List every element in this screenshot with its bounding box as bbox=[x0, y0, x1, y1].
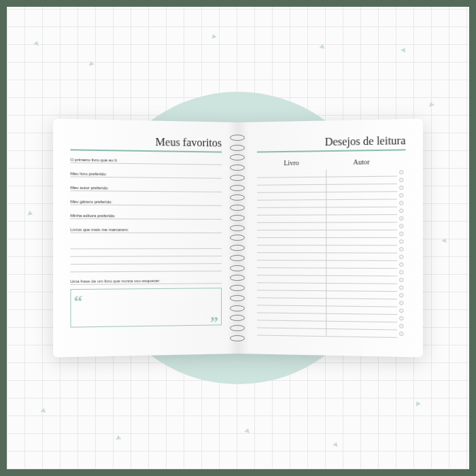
author-cell bbox=[326, 268, 397, 276]
left-page-title: Meus favoritos bbox=[70, 135, 222, 150]
book-cell bbox=[257, 184, 326, 192]
checkbox-circle bbox=[399, 255, 403, 259]
table-row bbox=[257, 215, 406, 223]
checkbox-cell bbox=[397, 301, 406, 305]
book-cell bbox=[257, 283, 326, 291]
checkbox-cell bbox=[397, 262, 406, 267]
book-cell bbox=[257, 328, 326, 337]
left-page: Meus favoritos O primeiro livro que eu l… bbox=[53, 119, 238, 358]
author-cell bbox=[326, 215, 397, 223]
book-cell bbox=[257, 260, 326, 269]
column-header-book: Livro bbox=[257, 158, 326, 169]
spiral-ring bbox=[230, 335, 245, 341]
author-cell bbox=[326, 283, 397, 291]
spiral-ring bbox=[230, 265, 245, 271]
spiral-ring bbox=[230, 235, 245, 241]
checkbox-circle bbox=[399, 293, 403, 297]
spiral-ring bbox=[230, 285, 245, 291]
spiral-ring bbox=[230, 135, 245, 141]
checkbox-cell bbox=[397, 216, 406, 220]
quote-close-icon: ” bbox=[210, 319, 218, 326]
table-row bbox=[257, 222, 406, 231]
prompt-line: Minha editora preferida: bbox=[70, 213, 222, 219]
decor-triangle bbox=[116, 435, 122, 439]
author-cell bbox=[326, 207, 397, 215]
decor-triangle bbox=[401, 46, 407, 52]
blank-line bbox=[70, 264, 222, 272]
checkbox-circle bbox=[399, 316, 403, 320]
book-cell bbox=[257, 177, 326, 185]
checkbox-circle bbox=[399, 286, 403, 290]
author-cell bbox=[326, 260, 397, 269]
spiral-ring bbox=[230, 185, 245, 191]
checkbox-cell bbox=[397, 332, 406, 336]
author-cell bbox=[326, 222, 397, 230]
book-cell bbox=[257, 215, 326, 222]
checkbox-circle bbox=[399, 278, 403, 282]
spiral-ring bbox=[230, 315, 245, 321]
author-cell bbox=[326, 328, 397, 337]
right-page-title: Desejos de leitura bbox=[257, 135, 406, 150]
checkbox-circle bbox=[399, 178, 403, 182]
book-cell bbox=[257, 222, 326, 230]
checkbox-cell bbox=[397, 278, 406, 282]
checkbox-circle bbox=[399, 301, 403, 305]
table-row bbox=[257, 328, 406, 338]
table-header: Livro Autor bbox=[257, 157, 406, 169]
checkbox-cell bbox=[397, 193, 406, 197]
decor-triangle bbox=[244, 428, 250, 433]
prompt-line: Livros que mais me marcaram: bbox=[70, 227, 222, 233]
checkbox-cell bbox=[397, 270, 406, 274]
book-cell bbox=[257, 268, 326, 276]
checkbox-circle bbox=[399, 193, 403, 197]
decor-triangle bbox=[441, 237, 447, 243]
title-underline bbox=[257, 149, 406, 152]
decor-triangle bbox=[33, 40, 40, 46]
column-header-author: Autor bbox=[326, 157, 397, 168]
table-row bbox=[257, 237, 406, 245]
spiral-binding bbox=[230, 133, 246, 343]
author-cell bbox=[326, 192, 397, 200]
author-cell bbox=[326, 184, 397, 192]
checkbox-cell bbox=[397, 309, 406, 313]
checkbox-cell bbox=[397, 293, 406, 297]
spiral-ring bbox=[230, 145, 245, 151]
checkbox-cell bbox=[397, 316, 406, 320]
checkbox-circle bbox=[399, 262, 403, 267]
wishlist-rows bbox=[257, 169, 406, 338]
title-underline bbox=[70, 149, 222, 152]
author-cell bbox=[326, 253, 397, 261]
checkbox-cell bbox=[397, 201, 406, 205]
book-cell bbox=[257, 207, 326, 216]
decor-triangle bbox=[88, 61, 94, 66]
spiral-ring bbox=[230, 194, 245, 201]
decor-triangle bbox=[210, 33, 216, 39]
spiral-ring bbox=[230, 245, 245, 251]
spiral-ring bbox=[230, 255, 245, 261]
decor-triangle bbox=[41, 407, 47, 412]
checkbox-circle bbox=[399, 209, 403, 213]
spiral-ring bbox=[230, 325, 245, 331]
book-cell bbox=[257, 237, 326, 245]
checkbox-cell bbox=[397, 186, 406, 190]
prompt-line: Meu autor preferido: bbox=[70, 185, 222, 192]
checkbox-circle bbox=[399, 224, 403, 228]
spiral-ring bbox=[230, 175, 245, 181]
checkbox-circle bbox=[399, 324, 403, 328]
quote-prompt: Uma frase de um livro que nunca vou esqu… bbox=[70, 278, 222, 285]
quote-box: “ ” bbox=[70, 288, 222, 327]
checkbox-cell bbox=[397, 324, 406, 328]
decor-triangle bbox=[27, 210, 33, 215]
spiral-ring bbox=[230, 154, 245, 160]
checkbox-cell bbox=[397, 286, 406, 290]
spiral-ring bbox=[230, 205, 245, 211]
checkbox-cell bbox=[397, 209, 406, 213]
decor-triangle bbox=[319, 44, 325, 49]
blank-line bbox=[70, 249, 222, 257]
author-cell bbox=[326, 275, 397, 284]
checkbox-circle bbox=[399, 332, 403, 336]
book-cell bbox=[257, 245, 326, 253]
checkbox-circle bbox=[399, 247, 403, 251]
book-cell bbox=[257, 253, 326, 260]
spiral-ring bbox=[230, 165, 245, 171]
